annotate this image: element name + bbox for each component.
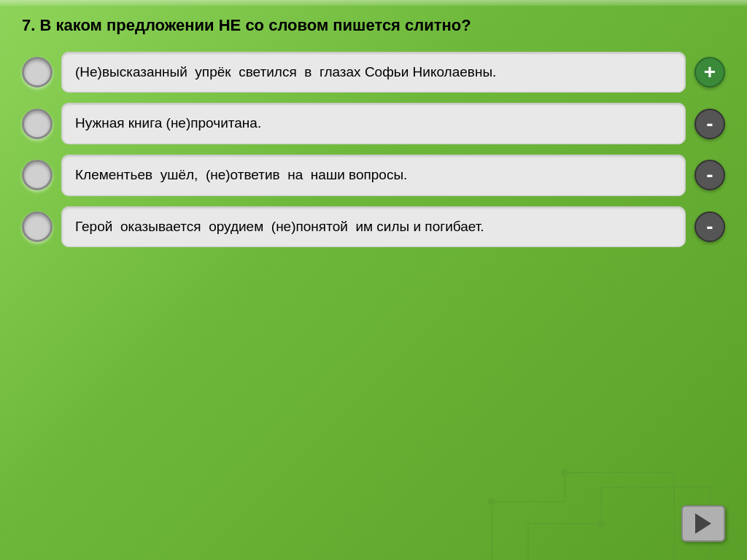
sign-btn-3[interactable]: - — [694, 160, 725, 190]
sign-btn-1[interactable]: + — [694, 57, 725, 88]
radio-btn-1[interactable] — [22, 57, 53, 88]
answer-box-3[interactable]: Клементьев ушёл, (не)ответив на наши воп… — [61, 155, 686, 196]
radio-btn-2[interactable] — [22, 109, 53, 139]
answer-row-2: Нужная книга (не)прочитана. - — [22, 103, 725, 144]
next-button[interactable] — [681, 505, 725, 542]
answer-row-3: Клементьев ушёл, (не)ответив на наши воп… — [22, 155, 725, 196]
top-stripe — [0, 0, 747, 6]
svg-point-10 — [489, 499, 495, 505]
svg-point-11 — [562, 470, 568, 475]
radio-btn-3[interactable] — [22, 160, 53, 190]
answer-box-2[interactable]: Нужная книга (не)прочитана. — [61, 103, 686, 144]
svg-point-12 — [598, 521, 604, 526]
main-container: 7. В каком предложении НЕ со словом пише… — [0, 0, 747, 560]
answer-row-4: Герой оказывается орудием (не)понятой им… — [22, 206, 725, 248]
answer-row-1: (Не)высказанный упрёк светился в глазах … — [22, 52, 725, 93]
answers-area: (Не)высказанный упрёк светился в глазах … — [15, 52, 732, 247]
radio-btn-4[interactable] — [22, 211, 53, 242]
sign-btn-2[interactable]: - — [694, 109, 725, 139]
answer-box-1[interactable]: (Не)высказанный упрёк светился в глазах … — [61, 52, 686, 93]
answer-box-4[interactable]: Герой оказывается орудием (не)понятой им… — [61, 206, 686, 248]
question-text: 7. В каком предложении НЕ со словом пише… — [15, 15, 732, 37]
sign-btn-4[interactable]: - — [694, 211, 725, 242]
